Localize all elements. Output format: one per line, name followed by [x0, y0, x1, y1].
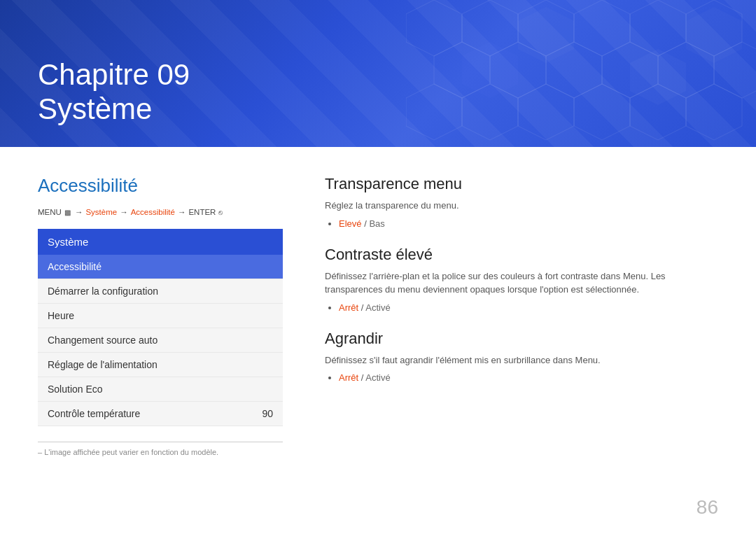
menu-item-label: Contrôle température [48, 408, 140, 419]
breadcrumb: MENU ▩ → Système → Accessibilité → ENTER… [38, 208, 283, 216]
breadcrumb-menu-icon: ▩ [64, 209, 71, 216]
section-heading-agrandir: Agrandir [325, 330, 718, 348]
menu-item[interactable]: Réglage de l'alimentation [38, 353, 283, 377]
breadcrumb-arrow-3: → [178, 208, 186, 216]
option-gray: Bas [369, 218, 384, 229]
left-column: Accessibilité MENU ▩ → Système → Accessi… [38, 175, 283, 506]
breadcrumb-enter: ENTER [188, 208, 216, 216]
section-transparence: Transparence menuRéglez la transparence … [325, 175, 718, 229]
menu-header: Système [38, 229, 283, 255]
section-heading-contraste: Contraste élevé [325, 246, 718, 264]
chapter-title: Chapitre 09 Système [38, 58, 190, 126]
breadcrumb-enter-icon: ⎋ [218, 209, 223, 216]
option-gray: Activé [365, 372, 390, 383]
svg-marker-1 [518, 7, 574, 63]
section-contraste: Contraste élevéDéfinissez l'arrière-plan… [325, 246, 718, 313]
section-title: Accessibilité [38, 175, 283, 197]
menu-item-label: Heure [48, 310, 74, 321]
option-item: Arrêt / Activé [339, 302, 718, 313]
menu-table: Système AccessibilitéDémarrer la configu… [38, 229, 283, 426]
page-number: 86 [696, 496, 718, 519]
menu-item-label: Démarrer la configuration [48, 286, 158, 297]
option-red: Arrêt [339, 372, 358, 383]
section-desc-contraste: Définissez l'arrière-plan et la police s… [325, 269, 718, 297]
breadcrumb-menu: MENU [38, 208, 62, 216]
menu-item[interactable]: Contrôle température90 [38, 402, 283, 426]
svg-marker-3 [686, 7, 742, 63]
option-red: Arrêt [339, 302, 358, 313]
svg-marker-0 [406, 0, 462, 56]
footnote-line: – L'image affichée peut varier en foncti… [38, 442, 283, 456]
section-desc-transparence: Réglez la transparence du menu. [325, 199, 718, 213]
right-column: Transparence menuRéglez la transparence … [283, 175, 718, 506]
menu-item[interactable]: Changement source auto [38, 328, 283, 353]
breadcrumb-system[interactable]: Système [85, 208, 117, 216]
option-list-transparence: Elevé / Bas [325, 218, 718, 229]
footnote-text: – L'image affichée peut varier en foncti… [38, 448, 283, 456]
svg-marker-4 [462, 42, 518, 98]
menu-item-label: Solution Eco [48, 384, 103, 395]
breadcrumb-arrow-1: → [75, 208, 83, 216]
menu-item-label: Changement source auto [48, 335, 158, 346]
breadcrumb-accessibilite[interactable]: Accessibilité [131, 208, 175, 216]
section-desc-agrandir: Définissez s'il faut agrandir l'élément … [325, 353, 718, 367]
menu-item[interactable]: Solution Eco [38, 377, 283, 402]
cube-pattern-svg [406, 0, 756, 147]
menu-item[interactable]: Heure [38, 304, 283, 328]
section-heading-transparence: Transparence menu [325, 175, 718, 193]
menu-item-value: 90 [262, 408, 273, 419]
svg-marker-2 [630, 49, 686, 105]
menu-item[interactable]: Démarrer la configuration [38, 279, 283, 304]
option-list-agrandir: Arrêt / Activé [325, 372, 718, 383]
content-area: Accessibilité MENU ▩ → Système → Accessi… [0, 147, 756, 534]
option-item: Arrêt / Activé [339, 372, 718, 383]
header-banner: Chapitre 09 Système [0, 0, 756, 147]
option-red: Elevé [339, 218, 362, 229]
option-item: Elevé / Bas [339, 218, 718, 229]
menu-item-label: Réglage de l'alimentation [48, 359, 158, 370]
section-agrandir: AgrandirDéfinissez s'il faut agrandir l'… [325, 330, 718, 384]
menu-item[interactable]: Accessibilité [38, 255, 283, 279]
menu-item-label: Accessibilité [48, 261, 102, 272]
option-list-contraste: Arrêt / Activé [325, 302, 718, 313]
breadcrumb-arrow-2: → [120, 208, 128, 216]
svg-marker-5 [574, 0, 630, 56]
option-gray: Activé [365, 302, 390, 313]
